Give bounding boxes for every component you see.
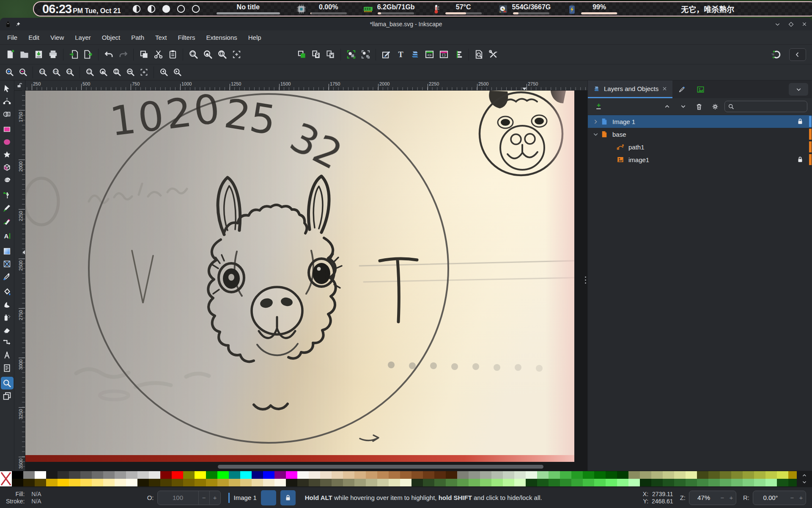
opacity-decrease-button[interactable]: − [198, 491, 209, 505]
pencil-tool[interactable] [1, 202, 14, 214]
color-swatch[interactable] [183, 479, 195, 486]
layer-search-box[interactable] [724, 101, 807, 112]
eye-closed-icon[interactable] [784, 118, 791, 125]
layer-row-path1[interactable]: path1 [588, 141, 812, 153]
window-titlebar[interactable]: *llama_base.svg - Inkscape [0, 18, 812, 30]
layer-row-base[interactable]: base [588, 128, 812, 141]
color-swatch[interactable] [206, 471, 217, 479]
duplicate-button[interactable] [294, 48, 309, 61]
color-swatch[interactable] [743, 479, 754, 486]
color-swatch[interactable] [663, 479, 674, 486]
color-swatch[interactable] [252, 471, 263, 479]
color-swatch[interactable] [457, 479, 469, 486]
menu-layer[interactable]: Layer [69, 32, 96, 43]
group-objects-button[interactable] [344, 48, 358, 61]
color-swatch[interactable] [594, 479, 606, 486]
dropper-tool[interactable] [1, 270, 14, 283]
color-swatch[interactable] [537, 471, 549, 479]
layer-lock-button[interactable] [280, 490, 296, 505]
opacity-increase-button[interactable]: + [209, 491, 220, 505]
color-swatch[interactable] [149, 479, 160, 486]
color-swatch[interactable] [651, 479, 663, 486]
menu-help[interactable]: Help [243, 32, 267, 43]
color-swatch[interactable] [320, 471, 332, 479]
color-swatch[interactable] [183, 471, 195, 479]
color-swatch[interactable] [411, 479, 423, 486]
tab-fill-stroke[interactable] [672, 80, 691, 98]
zoom-center-button[interactable] [137, 66, 151, 78]
selector-tool[interactable] [1, 82, 14, 95]
color-swatch[interactable] [731, 471, 743, 479]
color-swatch[interactable] [160, 479, 172, 486]
zoom-tool[interactable] [1, 377, 14, 389]
snap-control-button[interactable]: % [769, 48, 783, 61]
color-swatch[interactable] [640, 479, 651, 486]
color-swatch[interactable] [35, 471, 46, 479]
color-swatch[interactable] [526, 471, 537, 479]
color-swatch[interactable] [137, 479, 149, 486]
color-swatch[interactable] [480, 471, 491, 479]
color-swatch[interactable] [480, 479, 491, 486]
menu-text[interactable]: Text [150, 32, 173, 43]
color-swatch[interactable] [354, 479, 366, 486]
tab-layers-and-objects[interactable]: Layers and Objects [588, 80, 672, 98]
zoom-decrease-button[interactable]: − [718, 491, 727, 505]
color-swatch[interactable] [469, 471, 480, 479]
color-swatch[interactable] [377, 471, 389, 479]
color-swatch[interactable] [263, 479, 274, 486]
rotation-spinner[interactable]: 0.00° − + [753, 491, 806, 505]
expander-down-icon[interactable] [592, 131, 599, 138]
color-swatch[interactable] [92, 479, 103, 486]
open-document-button[interactable] [17, 48, 31, 61]
color-swatch[interactable] [343, 471, 354, 479]
vertical-ruler[interactable]: 17502000225025002750300032503500 [14, 91, 25, 471]
color-swatch[interactable] [160, 471, 172, 479]
zoom-in-button[interactable] [3, 66, 16, 78]
window-maximize-button[interactable] [788, 21, 794, 28]
color-swatch[interactable] [708, 471, 720, 479]
color-swatch[interactable] [286, 471, 297, 479]
color-swatch[interactable] [206, 479, 217, 486]
canvas-photo-image[interactable]: 1020 25 32 [25, 91, 574, 462]
color-swatch[interactable] [69, 471, 80, 479]
color-swatch[interactable] [389, 479, 400, 486]
color-swatch[interactable] [777, 471, 788, 479]
color-swatch[interactable] [274, 479, 286, 486]
color-swatch[interactable] [286, 479, 297, 486]
color-swatch[interactable] [754, 471, 765, 479]
color-swatch[interactable] [366, 479, 377, 486]
opacity-spinner[interactable]: 100 − + [157, 491, 221, 505]
color-swatch[interactable] [172, 479, 183, 486]
color-swatch[interactable] [788, 479, 797, 486]
color-swatch[interactable] [583, 479, 594, 486]
document-properties-button[interactable] [472, 48, 486, 61]
color-swatch[interactable] [583, 471, 594, 479]
star-tool[interactable] [1, 148, 14, 161]
paste-button[interactable] [165, 48, 180, 61]
paint-bucket-tool[interactable] [1, 285, 14, 298]
color-swatch[interactable] [686, 471, 697, 479]
color-swatch[interactable] [446, 479, 457, 486]
palette-scroll-down-button[interactable] [801, 479, 807, 485]
color-swatch[interactable] [309, 471, 320, 479]
color-swatch[interactable] [297, 471, 309, 479]
tab-trace-image[interactable] [691, 80, 710, 98]
expander-right-icon[interactable] [592, 118, 599, 125]
rotation-increase-button[interactable]: + [796, 491, 806, 505]
color-swatch[interactable] [697, 479, 708, 486]
box-3d-tool[interactable] [1, 161, 14, 174]
menu-object[interactable]: Object [96, 32, 126, 43]
color-swatch[interactable] [686, 479, 697, 486]
new-document-button[interactable] [3, 48, 17, 61]
color-swatch[interactable] [172, 471, 183, 479]
collapse-toolbar-button[interactable] [789, 48, 806, 61]
color-swatch[interactable] [765, 471, 777, 479]
color-swatch[interactable] [343, 479, 354, 486]
color-swatch[interactable] [35, 479, 46, 486]
color-swatch[interactable] [674, 479, 686, 486]
rotation-decrease-button[interactable]: − [788, 491, 796, 505]
color-swatch[interactable] [46, 479, 58, 486]
zoom-increase-button[interactable]: + [727, 491, 736, 505]
color-swatch[interactable] [58, 471, 69, 479]
rectangle-tool[interactable] [1, 123, 14, 135]
